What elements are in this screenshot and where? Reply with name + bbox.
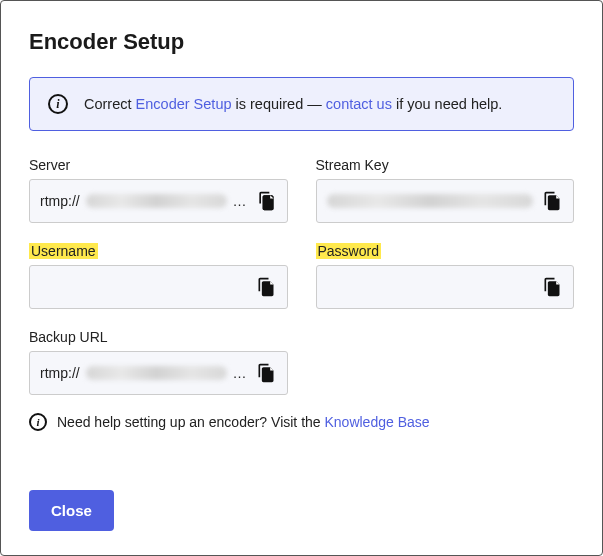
backup-url-prefix: rtmp:// bbox=[40, 365, 80, 381]
info-icon: i bbox=[48, 94, 68, 114]
copy-icon bbox=[256, 363, 276, 383]
server-label: Server bbox=[29, 157, 70, 173]
svg-marker-5 bbox=[270, 367, 273, 370]
encoder-setup-modal: Encoder Setup i Correct Encoder Setup is… bbox=[0, 0, 603, 556]
copy-icon bbox=[542, 191, 562, 211]
svg-marker-2 bbox=[556, 195, 559, 198]
info-banner: i Correct Encoder Setup is required — co… bbox=[29, 77, 574, 131]
stream-key-label: Stream Key bbox=[316, 157, 389, 173]
stream-key-input[interactable] bbox=[316, 179, 575, 223]
fields-grid: Server rtmp:// … Stream Key Username bbox=[29, 157, 574, 395]
copy-icon bbox=[256, 277, 276, 297]
username-input[interactable] bbox=[29, 265, 288, 309]
password-input[interactable] bbox=[316, 265, 575, 309]
help-line: i Need help setting up an encoder? Visit… bbox=[29, 413, 574, 431]
svg-marker-4 bbox=[556, 281, 559, 284]
redacted-value bbox=[86, 194, 227, 208]
redacted-value bbox=[86, 366, 227, 380]
server-field: Server rtmp:// … bbox=[29, 157, 288, 223]
backup-url-field: Backup URL rtmp:// … bbox=[29, 329, 288, 395]
server-input[interactable]: rtmp:// … bbox=[29, 179, 288, 223]
backup-url-label: Backup URL bbox=[29, 329, 108, 345]
close-button[interactable]: Close bbox=[29, 490, 114, 531]
copy-username-button[interactable] bbox=[253, 274, 279, 300]
contact-us-link[interactable]: contact us bbox=[326, 96, 392, 112]
copy-icon bbox=[256, 191, 276, 211]
username-field: Username bbox=[29, 243, 288, 309]
help-text: Need help setting up an encoder? Visit t… bbox=[57, 414, 430, 430]
encoder-setup-link[interactable]: Encoder Setup bbox=[136, 96, 232, 112]
banner-text: if you need help. bbox=[392, 96, 502, 112]
banner-text: Correct bbox=[84, 96, 136, 112]
ellipsis: … bbox=[233, 193, 247, 209]
copy-icon bbox=[542, 277, 562, 297]
copy-stream-key-button[interactable] bbox=[539, 188, 565, 214]
banner-text: is required — bbox=[232, 96, 326, 112]
info-banner-message: Correct Encoder Setup is required — cont… bbox=[84, 96, 502, 112]
knowledge-base-link[interactable]: Knowledge Base bbox=[324, 414, 429, 430]
ellipsis: … bbox=[233, 365, 247, 381]
password-field: Password bbox=[316, 243, 575, 309]
backup-url-input[interactable]: rtmp:// … bbox=[29, 351, 288, 395]
stream-key-field: Stream Key bbox=[316, 157, 575, 223]
password-label: Password bbox=[316, 243, 381, 259]
modal-footer: Close bbox=[29, 490, 574, 531]
copy-backup-url-button[interactable] bbox=[253, 360, 279, 386]
redacted-value bbox=[327, 194, 534, 208]
server-prefix: rtmp:// bbox=[40, 193, 80, 209]
info-icon: i bbox=[29, 413, 47, 431]
help-text-part: Need help setting up an encoder? Visit t… bbox=[57, 414, 324, 430]
page-title: Encoder Setup bbox=[29, 29, 574, 55]
username-label: Username bbox=[29, 243, 98, 259]
svg-marker-3 bbox=[270, 281, 273, 284]
copy-password-button[interactable] bbox=[539, 274, 565, 300]
copy-server-button[interactable] bbox=[253, 188, 279, 214]
